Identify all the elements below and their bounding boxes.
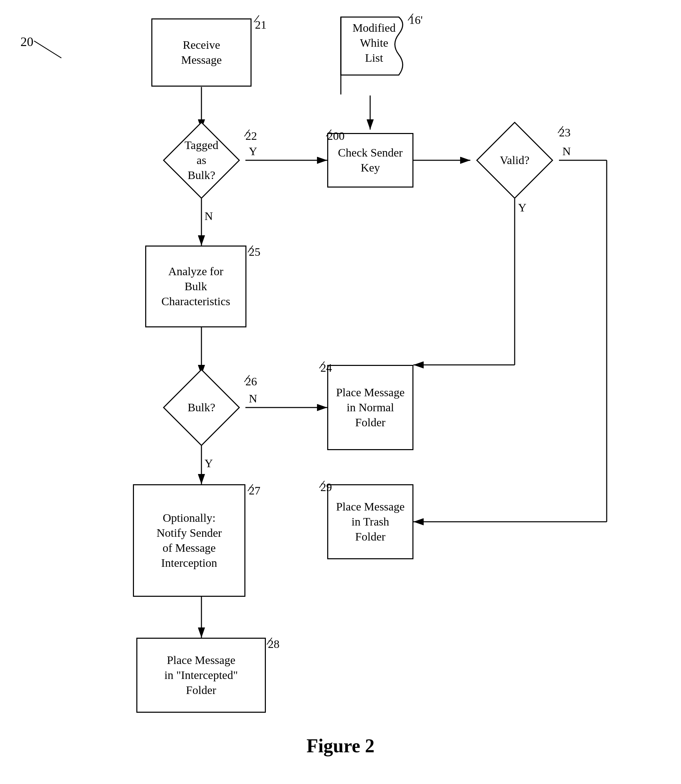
ref-27-arrow — [246, 482, 266, 493]
place-intercepted-box: Place Messagein "Intercepted"Folder — [136, 638, 266, 713]
place-normal-label: Place Messagein NormalFolder — [336, 385, 405, 430]
ref-24-arrow — [318, 360, 338, 370]
diagram-container: Y N Y N N Y 20 — [0, 0, 681, 784]
svg-line-30 — [319, 362, 325, 368]
svg-text:Y: Y — [204, 457, 213, 470]
svg-line-22 — [254, 15, 259, 22]
ref-29-arrow — [318, 479, 338, 489]
svg-text:Y: Y — [518, 201, 527, 214]
svg-line-28 — [248, 246, 253, 252]
svg-line-26 — [326, 130, 331, 136]
ref-28-arrow — [265, 636, 286, 646]
place-normal-box: Place Messagein NormalFolder — [327, 365, 413, 450]
notify-sender-label: Optionally:Notify Senderof MessageInterc… — [157, 511, 222, 571]
svg-line-25 — [244, 130, 250, 136]
figure-caption: Figure 2 — [272, 735, 409, 757]
svg-line-27 — [558, 126, 563, 133]
svg-text:Y: Y — [249, 145, 257, 157]
svg-line-21 — [34, 41, 61, 58]
ref-16-arrow — [406, 12, 427, 22]
svg-line-24 — [408, 14, 413, 21]
svg-line-33 — [267, 638, 272, 644]
bulk-diamond: Bulk? — [157, 375, 246, 440]
label-20-arrow — [21, 34, 89, 68]
analyze-bulk-label: Analyze forBulkCharacteristics — [161, 264, 230, 309]
svg-line-31 — [319, 481, 325, 488]
ref-23-arrow — [556, 124, 577, 135]
ref-22-arrow — [243, 128, 263, 138]
receive-message-label: ReceiveMessage — [181, 38, 222, 68]
tagged-as-bulk-diamond: TaggedasBulk? — [157, 130, 246, 191]
ref-21-arrow — [252, 14, 273, 24]
ref-26-arrow — [243, 373, 263, 384]
svg-text:N: N — [249, 392, 257, 405]
check-sender-key-label: Check SenderKey — [338, 145, 403, 175]
receive-message-box: ReceiveMessage — [151, 18, 252, 87]
svg-text:N: N — [204, 210, 213, 222]
svg-text:N: N — [562, 145, 571, 157]
valid-diamond: Valid? — [470, 130, 559, 191]
notify-sender-box: Optionally:Notify Senderof MessageInterc… — [133, 484, 245, 597]
modified-white-list-container: ModifiedWhiteList — [334, 14, 407, 94]
analyze-bulk-box: Analyze forBulkCharacteristics — [145, 246, 246, 327]
svg-line-29 — [244, 375, 250, 382]
place-trash-box: Place Messagein TrashFolder — [327, 484, 413, 559]
svg-line-32 — [248, 484, 253, 491]
ref-25-arrow — [246, 244, 266, 254]
modified-white-list-label: ModifiedWhiteList — [342, 21, 405, 66]
place-intercepted-label: Place Messagein "Intercepted"Folder — [164, 653, 238, 698]
place-trash-label: Place Messagein TrashFolder — [336, 499, 405, 544]
ref-200-arrow — [325, 128, 345, 138]
